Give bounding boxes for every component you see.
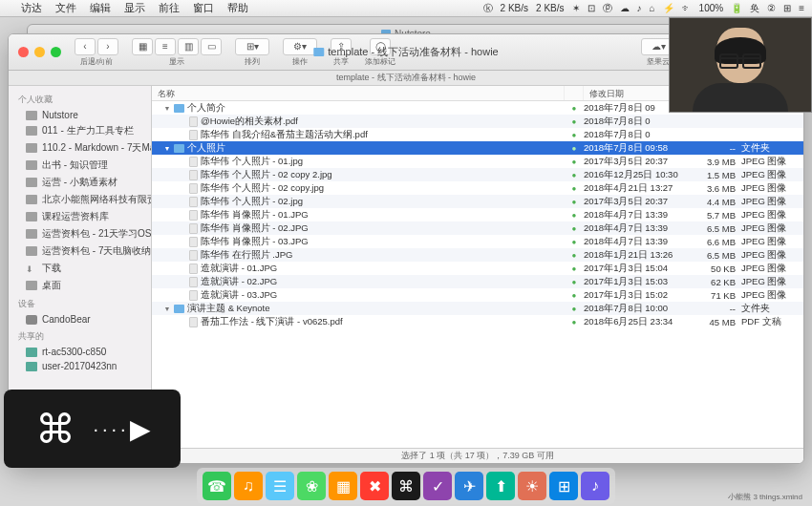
view-icon-button[interactable]: ▦	[132, 38, 153, 55]
file-row[interactable]: ▼演讲主题 & Keynote●2018年7月8日 10:00--文件夹	[152, 302, 803, 315]
sidebar-item[interactable]: user-20170423nn	[9, 359, 151, 373]
menu-编辑[interactable]: 编辑	[90, 2, 111, 13]
back-button[interactable]: ‹	[75, 38, 96, 55]
menu-窗口[interactable]: 窗口	[193, 2, 214, 13]
sidebar-item[interactable]: 运营 - 小鹅通素材	[9, 174, 151, 191]
file-size: 4.4 MB	[689, 197, 741, 207]
status-icon[interactable]: 100%	[699, 3, 724, 13]
view-list-button[interactable]: ≡	[155, 38, 176, 55]
menu-帮助[interactable]: 帮助	[227, 2, 248, 13]
status-icon[interactable]: 🔋	[731, 3, 742, 13]
status-bar: 选择了 1 项（共 17 项），7.39 GB 可用	[152, 448, 803, 463]
col-status[interactable]	[565, 86, 584, 100]
status-icon[interactable]: ✶	[572, 3, 580, 13]
file-icon	[189, 183, 198, 194]
file-row[interactable]: 造就演讲 - 01.JPG●2017年1月3日 15:0450 KBJPEG 图…	[152, 262, 803, 275]
file-row[interactable]: 陈华伟 个人照片 - 02 copy 2.jpg●2016年12月25日 10:…	[152, 168, 803, 181]
status-icon[interactable]: ⊡	[588, 3, 595, 13]
file-row[interactable]: 陈华伟 在行照片 .JPG●2018年1月21日 13:266.5 MBJPEG…	[152, 248, 803, 262]
file-row[interactable]: 陈华伟 个人照片 - 02.jpg●2017年3月5日 20:374.4 MBJ…	[152, 195, 803, 208]
sidebar-item[interactable]: 运营资料包 - 7天电脑收纳集…	[9, 242, 151, 260]
app-name[interactable]: 访达	[21, 1, 42, 15]
status-icon[interactable]: ②	[767, 3, 776, 13]
action-button[interactable]: ⚙▾	[283, 38, 317, 55]
file-row[interactable]: ▼个人照片●2018年7月8日 09:58--文件夹	[152, 141, 803, 155]
maximize-button[interactable]	[51, 47, 61, 57]
menu-文件[interactable]: 文件	[55, 2, 76, 13]
dock-app[interactable]: ☀	[518, 472, 546, 500]
minimize-button[interactable]	[34, 47, 45, 57]
status-icon[interactable]: 奂	[750, 2, 759, 15]
forward-button[interactable]: ›	[97, 38, 118, 55]
sidebar-item[interactable]: 出书 - 知识管理	[9, 157, 151, 174]
file-row[interactable]: 番茄工作法 - 线下演讲 - v0625.pdf●2018年6月25日 23:3…	[152, 315, 803, 328]
sync-status-icon: ●	[565, 184, 584, 193]
status-icon[interactable]: ⌂	[650, 3, 655, 13]
dock-app[interactable]: ❀	[297, 472, 326, 500]
menu-前往[interactable]: 前往	[159, 2, 180, 13]
file-row[interactable]: 陈华伟 个人照片 - 01.jpg●2017年3月5日 20:373.9 MBJ…	[152, 155, 803, 168]
file-row[interactable]: 陈华伟 肖像照片 - 03.JPG●2018年4月7日 13:396.6 MBJ…	[152, 235, 803, 248]
dock-app[interactable]: ♪	[581, 472, 609, 500]
status-icon[interactable]: ♪	[637, 3, 642, 13]
dock-app[interactable]: ♫	[234, 472, 263, 500]
file-date: 2018年4月7日 13:39	[584, 222, 689, 235]
sidebar-item[interactable]: 桌面	[9, 277, 151, 294]
disclosure-triangle-icon[interactable]: ▼	[163, 306, 171, 312]
file-date: 2017年1月3日 15:02	[584, 289, 689, 302]
status-icon[interactable]: ⊞	[783, 3, 791, 13]
sidebar-item[interactable]: 011 - 生产力工具专栏	[9, 122, 151, 139]
status-icon[interactable]: ᯤ	[682, 3, 692, 13]
file-name: @Howie的相关素材.pdf	[201, 116, 298, 128]
dock-app[interactable]: ⬆	[486, 472, 515, 500]
folder-icon	[26, 212, 37, 221]
dock-app[interactable]: ☰	[266, 472, 294, 500]
desktop-file[interactable]: 小能熊 3 things.xmind	[728, 492, 802, 502]
status-icon[interactable]: ⓟ	[603, 2, 612, 15]
dock-app[interactable]: ⊞	[549, 472, 578, 500]
file-row[interactable]: 陈华伟 肖像照片 - 02.JPG●2018年4月7日 13:396.5 MBJ…	[152, 221, 803, 235]
arrange-button[interactable]: ⊞▾	[235, 38, 269, 55]
file-row[interactable]: 陈华伟 自我介绍&番茄主题活动大纲.pdf●2018年7月8日 0	[152, 128, 803, 141]
file-date: 2018年7月8日 0	[584, 129, 689, 141]
sidebar-item[interactable]: 课程运营资料库	[9, 208, 151, 225]
disclosure-triangle-icon[interactable]: ▼	[163, 105, 171, 112]
view-column-button[interactable]: ▥	[178, 38, 199, 55]
dock-app[interactable]: ⌘	[392, 472, 420, 500]
file-kind: 文件夹	[741, 142, 803, 155]
view-gallery-button[interactable]: ▭	[201, 38, 222, 55]
disclosure-triangle-icon[interactable]: ▼	[163, 145, 171, 152]
menu-显示[interactable]: 显示	[124, 2, 145, 13]
sidebar-item[interactable]: 北京小能熊网络科技有限责…	[9, 191, 151, 208]
status-icon[interactable]: ☁	[620, 3, 630, 13]
sidebar-item[interactable]: 下载	[9, 260, 151, 277]
file-name: 陈华伟 个人照片 - 02 copy 2.jpg	[201, 169, 332, 181]
sidebar-item[interactable]: Nutstore	[9, 108, 151, 122]
file-row[interactable]: @Howie的相关素材.pdf●2018年7月8日 0	[152, 115, 803, 128]
file-row[interactable]: 造就演讲 - 03.JPG●2017年1月3日 15:0271 KBJPEG 图…	[152, 288, 803, 302]
close-button[interactable]	[18, 47, 29, 57]
file-size: 71 KB	[689, 290, 741, 301]
file-row[interactable]: 陈华伟 肖像照片 - 01.JPG●2018年4月7日 13:395.7 MBJ…	[152, 208, 803, 221]
file-row[interactable]: 陈华伟 个人照片 - 02 copy.jpg●2018年4月21日 13:273…	[152, 181, 803, 195]
dock-app[interactable]: ✓	[423, 472, 452, 500]
sidebar-item[interactable]: 运营资料包 - 21天学习OS训…	[9, 225, 151, 242]
sidebar-item[interactable]: CandoBear	[9, 312, 151, 327]
file-size: 50 KB	[689, 264, 741, 274]
col-name[interactable]: 名称	[152, 86, 565, 100]
dock-app[interactable]: ✖	[360, 472, 389, 500]
sidebar-item[interactable]: 110.2 - Markdown - 7天Mar…	[9, 139, 151, 157]
net-icon	[26, 348, 37, 357]
status-icon[interactable]: 2 KB/s	[501, 3, 528, 13]
file-row[interactable]: 造就演讲 - 02.JPG●2017年1月3日 15:0362 KBJPEG 图…	[152, 275, 803, 288]
status-icon[interactable]: ⚡	[663, 3, 674, 13]
dock-app[interactable]: ✈	[455, 472, 483, 500]
status-icon[interactable]: ⓚ	[483, 2, 493, 15]
sidebar-item[interactable]: rt-ac5300-c850	[9, 345, 151, 359]
status-icon[interactable]: ≡	[799, 3, 804, 13]
status-icon[interactable]: 2 KB/s	[536, 3, 564, 13]
folder-icon	[26, 195, 37, 204]
file-date: 2017年3月5日 20:37	[584, 156, 689, 168]
dock-app[interactable]: ▦	[329, 472, 357, 500]
dock-app[interactable]: ☎	[203, 472, 231, 500]
